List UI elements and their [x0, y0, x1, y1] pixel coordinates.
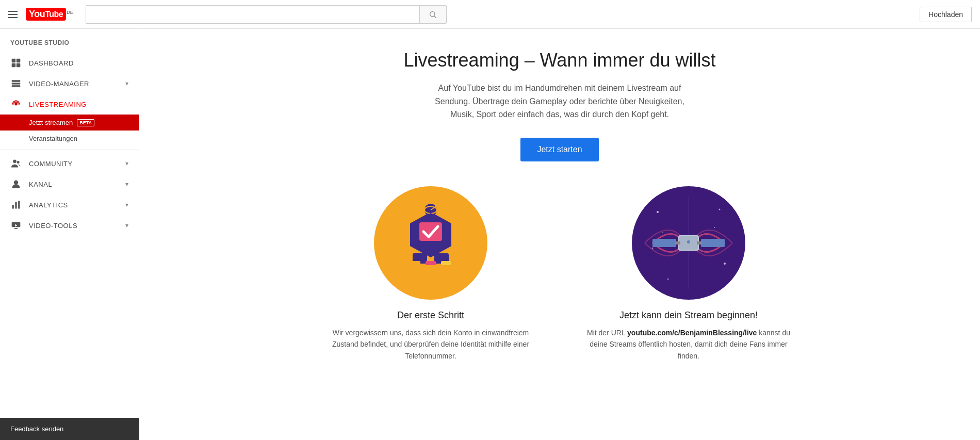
- svg-point-9: [15, 103, 18, 106]
- start-button[interactable]: Jetzt starten: [520, 138, 598, 161]
- feature-desc-1: Wir vergewissern uns, dass sich dein Kon…: [322, 327, 539, 362]
- youtube-logo-text: YouTube: [26, 8, 66, 21]
- feature-url: youtube.com/c/BenjaminBlessing/live: [627, 329, 757, 337]
- search-input[interactable]: [86, 6, 419, 23]
- svg-point-30: [657, 211, 659, 213]
- svg-rect-42: [675, 241, 680, 245]
- sidebar-item-dashboard[interactable]: DASHBOARD: [0, 53, 139, 73]
- svg-rect-7: [12, 83, 21, 84]
- chevron-icon-community: ▾: [125, 160, 129, 167]
- youtube-logo[interactable]: YouTube DE: [26, 8, 73, 21]
- search-bar: [86, 5, 447, 24]
- svg-point-0: [430, 11, 435, 16]
- sidebar-item-analytics[interactable]: ANALYTICS ▾: [0, 194, 139, 215]
- feature-title-1: Der erste Schritt: [322, 310, 539, 321]
- sidebar-label-livestreaming: LIVESTREAMING: [29, 101, 87, 108]
- chevron-icon-video-tools: ▾: [125, 222, 129, 229]
- kanal-icon: [10, 179, 22, 189]
- feature-desc-2: Mit der URL youtube.com/c/BenjaminBlessi…: [580, 327, 797, 362]
- svg-point-11: [17, 161, 20, 164]
- sidebar-item-livestreaming[interactable]: LIVESTREAMING: [0, 94, 139, 115]
- sidebar-item-video-tools[interactable]: VIDEO-TOOLS ▾: [0, 215, 139, 236]
- svg-rect-3: [17, 59, 21, 63]
- svg-point-35: [714, 227, 715, 228]
- chevron-icon-analytics: ▾: [125, 201, 129, 208]
- studio-title: YOUTUBE STUDIO: [0, 29, 139, 53]
- sidebar-label-analytics: ANALYTICS: [29, 201, 68, 209]
- chevron-icon-video-manager: ▾: [125, 80, 129, 87]
- feature-title-2: Jetzt kann dein Stream beginnen!: [580, 310, 797, 321]
- svg-rect-2: [12, 59, 16, 63]
- feature-desc-2-prefix: Mit der URL: [587, 329, 627, 337]
- hero-subtitle: Auf YouTube bist du im Handumdrehen mit …: [426, 82, 694, 121]
- sidebar-label-video-tools: VIDEO-TOOLS: [29, 222, 77, 230]
- svg-point-33: [724, 263, 726, 265]
- svg-rect-8: [12, 85, 21, 87]
- svg-rect-25: [410, 261, 420, 265]
- svg-point-12: [14, 181, 18, 185]
- veranstaltungen-label: Veranstaltungen: [29, 135, 77, 142]
- svg-rect-15: [18, 201, 20, 209]
- dashboard-icon: [10, 58, 22, 68]
- top-header: YouTube DE Hochladen: [0, 0, 980, 29]
- yt-locale-sup: DE: [67, 10, 73, 15]
- svg-rect-14: [15, 202, 17, 209]
- sidebar-item-community[interactable]: COMMUNITY ▾: [0, 153, 139, 174]
- page-layout: YOUTUBE STUDIO DASHBOARD VIDEO-MANAGER ▾: [0, 29, 980, 382]
- svg-rect-5: [17, 63, 21, 67]
- svg-point-29: [440, 197, 450, 205]
- analytics-icon: [10, 200, 22, 210]
- svg-point-36: [662, 232, 663, 233]
- svg-rect-43: [697, 241, 702, 245]
- svg-point-44: [687, 240, 690, 243]
- svg-rect-26: [426, 261, 436, 265]
- svg-rect-40: [652, 239, 676, 247]
- upload-button[interactable]: Hochladen: [920, 7, 972, 22]
- sidebar-sub-jetzt-streamen[interactable]: Jetzt streamen BETA: [0, 115, 139, 131]
- livestreaming-icon: [10, 99, 22, 109]
- sidebar-label-kanal: KANAL: [29, 181, 52, 188]
- svg-point-34: [667, 278, 669, 280]
- search-button[interactable]: [419, 6, 446, 23]
- svg-rect-41: [701, 239, 725, 247]
- sidebar-label-video-manager: VIDEO-MANAGER: [29, 80, 89, 88]
- video-tools-icon: [10, 220, 22, 231]
- svg-rect-27: [441, 261, 451, 265]
- svg-point-31: [719, 208, 721, 210]
- community-icon: [10, 158, 22, 169]
- sidebar-sub-veranstaltungen[interactable]: Veranstaltungen: [0, 131, 139, 146]
- video-manager-icon: [10, 78, 22, 89]
- svg-point-10: [13, 160, 17, 164]
- feature-first-step: Der erste Schritt Wir vergewissern uns, …: [322, 186, 539, 362]
- features-row: Der erste Schritt Wir vergewissern uns, …: [170, 186, 949, 362]
- feature-stream-ready: Jetzt kann dein Stream beginnen! Mit der…: [580, 186, 797, 362]
- sidebar: YOUTUBE STUDIO DASHBOARD VIDEO-MANAGER ▾: [0, 29, 139, 382]
- svg-rect-6: [12, 80, 21, 82]
- hamburger-menu[interactable]: [8, 11, 18, 18]
- hero-title: Livestreaming – Wann immer du willst: [170, 50, 949, 71]
- chevron-icon-kanal: ▾: [125, 181, 129, 188]
- sidebar-item-kanal[interactable]: KANAL ▾: [0, 174, 139, 194]
- divider-1: [0, 150, 139, 150]
- sidebar-label-dashboard: DASHBOARD: [29, 59, 74, 67]
- jetzt-streamen-label: Jetzt streamen: [29, 119, 73, 126]
- illustration-stream-ready: [632, 186, 745, 300]
- logo-area: YouTube DE: [26, 8, 73, 21]
- svg-rect-16: [12, 222, 21, 227]
- sidebar-item-video-manager[interactable]: VIDEO-MANAGER ▾: [0, 73, 139, 94]
- svg-rect-4: [12, 63, 16, 67]
- svg-rect-17: [14, 228, 18, 229]
- svg-line-1: [434, 16, 436, 18]
- header-right: Hochladen: [920, 7, 972, 22]
- illustration-first-step: [374, 186, 487, 300]
- sidebar-label-community: COMMUNITY: [29, 160, 73, 168]
- svg-rect-13: [12, 205, 14, 209]
- beta-badge: BETA: [77, 119, 94, 126]
- main-content: Livestreaming – Wann immer du willst Auf…: [139, 29, 980, 382]
